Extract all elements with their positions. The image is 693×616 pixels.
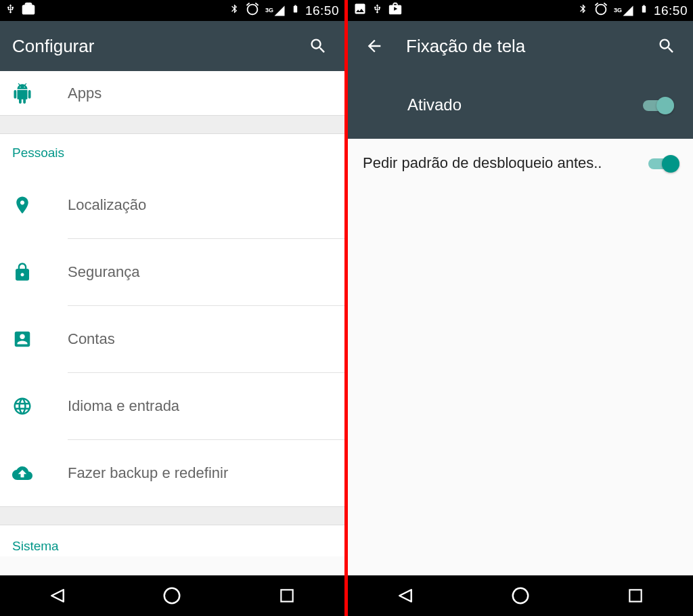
- android-icon: [12, 83, 68, 104]
- settings-item-label: Apps: [68, 85, 102, 102]
- image-icon: [353, 2, 367, 19]
- signal-indicator: 3G: [265, 5, 286, 17]
- alarm-icon: [245, 1, 260, 20]
- usb-icon: [5, 1, 16, 20]
- play-store-icon: [21, 1, 36, 20]
- clock-readout: 16:50: [305, 3, 339, 18]
- bluetooth-icon: [578, 1, 588, 20]
- status-bar: 3G 16:50: [0, 0, 344, 21]
- usb-icon: [372, 1, 382, 20]
- svg-point-0: [164, 588, 180, 604]
- account-icon: [12, 329, 68, 349]
- section-header-personal: Pessoais: [0, 134, 344, 172]
- section-divider: [0, 115, 344, 134]
- settings-item-label: Localização: [68, 196, 146, 214]
- battery-icon: [640, 1, 648, 20]
- app-bar: Configurar: [0, 21, 344, 71]
- screen-pinning-screen: 3G 16:50 Fixação de tela A: [348, 0, 693, 616]
- svg-rect-1: [281, 590, 292, 601]
- settings-list: Apps Pessoais Localização Segurança: [0, 71, 344, 575]
- settings-item-label: Contas: [68, 330, 115, 348]
- nav-recent-button[interactable]: [260, 579, 314, 612]
- cloud-upload-icon: [12, 463, 68, 483]
- settings-item-accounts[interactable]: Contas: [0, 306, 344, 372]
- master-toggle-row[interactable]: Ativado: [348, 71, 693, 139]
- app-bar: Fixação de tela Ativado: [348, 21, 693, 139]
- settings-item-label: Idioma e entrada: [68, 397, 179, 415]
- clock-readout: 16:50: [654, 3, 688, 18]
- settings-screen: 3G 16:50 Configurar Apps: [0, 0, 344, 616]
- nav-back-button[interactable]: [378, 579, 432, 612]
- location-icon: [12, 195, 68, 215]
- master-toggle-switch[interactable]: [643, 95, 674, 114]
- section-header-system: Sistema: [0, 525, 344, 556]
- page-title: Fixação de tela: [388, 36, 652, 57]
- settings-item-apps[interactable]: Apps: [0, 71, 344, 115]
- settings-item-location[interactable]: Localização: [0, 172, 344, 238]
- section-divider: [0, 506, 344, 525]
- svg-rect-3: [629, 590, 641, 601]
- option-row-unlock-pattern[interactable]: Pedir padrão de desbloqueio antes..: [348, 139, 693, 188]
- navigation-bar: [348, 575, 693, 616]
- nav-back-button[interactable]: [30, 579, 85, 612]
- globe-icon: [12, 396, 68, 416]
- status-bar: 3G 16:50: [348, 0, 693, 21]
- search-button[interactable]: [652, 32, 681, 60]
- settings-item-backup[interactable]: Fazer backup e redefinir: [0, 440, 344, 506]
- settings-item-security[interactable]: Segurança: [0, 239, 344, 305]
- play-store-icon: [388, 1, 403, 20]
- bluetooth-icon: [229, 1, 240, 20]
- master-toggle-label: Ativado: [407, 95, 643, 114]
- nav-home-button[interactable]: [493, 579, 547, 612]
- settings-item-label: Segurança: [68, 263, 139, 281]
- back-button[interactable]: [360, 32, 388, 60]
- signal-indicator: 3G: [614, 5, 634, 17]
- option-toggle-switch[interactable]: [648, 154, 679, 173]
- svg-point-2: [513, 588, 529, 604]
- nav-recent-button[interactable]: [608, 579, 663, 612]
- search-button[interactable]: [304, 32, 332, 60]
- settings-item-label: Fazer backup e redefinir: [68, 464, 228, 482]
- battery-icon: [291, 1, 300, 20]
- option-label: Pedir padrão de desbloqueio antes..: [363, 154, 648, 172]
- page-title: Configurar: [12, 36, 304, 57]
- lock-icon: [12, 262, 68, 282]
- options-area: Pedir padrão de desbloqueio antes..: [348, 139, 693, 575]
- alarm-icon: [594, 1, 608, 20]
- settings-item-language[interactable]: Idioma e entrada: [0, 373, 344, 439]
- nav-home-button[interactable]: [145, 579, 199, 612]
- navigation-bar: [0, 575, 344, 616]
